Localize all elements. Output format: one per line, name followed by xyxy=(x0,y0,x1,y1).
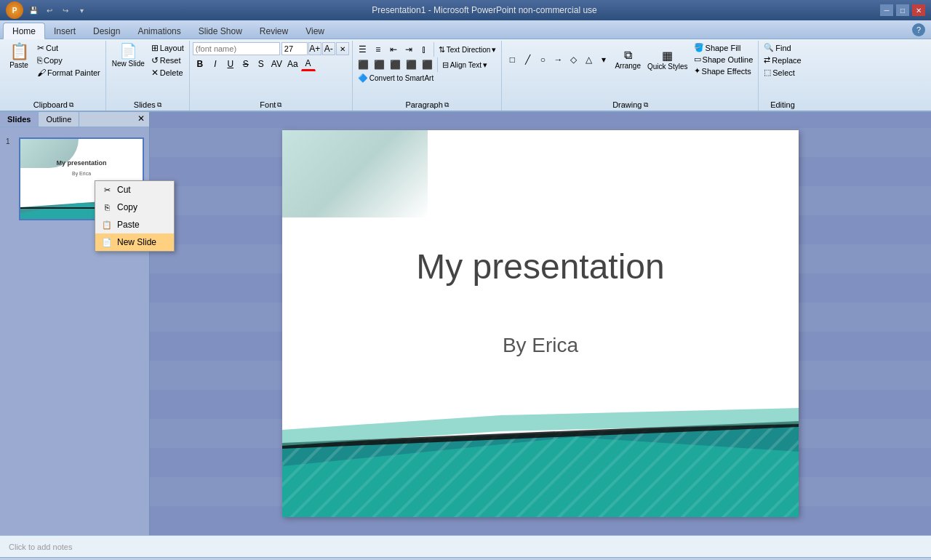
save-quick-btn[interactable]: 💾 xyxy=(26,4,41,16)
char-spacing-button[interactable]: AV xyxy=(269,57,284,71)
main-area: Slides Outline ✕ 1 My presentation By Er… xyxy=(0,112,931,535)
justify-btn[interactable]: ⬛ xyxy=(404,57,419,72)
paste-icon: 📋 xyxy=(9,44,29,60)
ctx-cut[interactable]: ✂ Cut xyxy=(95,181,174,199)
shape-icon-triangle[interactable]: △ xyxy=(581,52,596,67)
layout-button[interactable]: ⊞ Layout xyxy=(149,42,186,54)
cut-icon: ✂ xyxy=(37,43,44,53)
cut-button[interactable]: ✂ Cut xyxy=(35,42,103,54)
find-icon: 🔍 xyxy=(764,43,774,52)
tab-outline-panel[interactable]: Outline xyxy=(39,112,79,127)
shape-outline-button[interactable]: ▭ Shape Outline xyxy=(692,54,756,65)
paste-button[interactable]: 📋 Paste xyxy=(4,42,33,71)
undo-quick-btn[interactable]: ↩ xyxy=(42,4,57,16)
reset-button[interactable]: ↺ Reset xyxy=(149,55,186,66)
tab-home[interactable]: Home xyxy=(3,23,45,39)
align-center-btn[interactable]: ⬛ xyxy=(372,57,387,72)
paragraph-expand-icon[interactable]: ⧉ xyxy=(444,101,449,109)
font-size-input[interactable] xyxy=(281,42,308,55)
minimize-btn[interactable]: ─ xyxy=(880,4,893,16)
slide-workspace: My presentation By Erica xyxy=(150,112,931,535)
convert-smartart-button[interactable]: 🔷 Convert to SmartArt xyxy=(356,73,436,84)
paragraph-group-content: ☰ ≡ ⇤ ⇥ ⫿ ⇅ Text Direction ▾ ⬛ ⬛ ⬛ ⬛ ⬛ xyxy=(356,42,499,100)
shape-icon-arrow[interactable]: → xyxy=(551,52,565,67)
ctx-paste[interactable]: 📋 Paste xyxy=(95,216,174,233)
copy-button[interactable]: ⎘ Copy xyxy=(35,55,103,66)
slide-bg-top-left xyxy=(282,130,428,217)
slide-title[interactable]: My presentation xyxy=(311,247,770,287)
font-color-button[interactable]: A xyxy=(301,57,316,71)
shapes-more-btn[interactable]: ▾ xyxy=(596,52,611,67)
tab-design[interactable]: Design xyxy=(84,23,129,39)
para-list-row: ☰ ≡ ⇤ ⇥ ⫿ ⇅ Text Direction ▾ xyxy=(356,42,499,57)
font-size-increase-btn[interactable]: A+ xyxy=(308,42,321,55)
shape-effects-button[interactable]: ✦ Shape Effects xyxy=(692,65,756,76)
tab-slideshow[interactable]: Slide Show xyxy=(190,23,251,39)
close-btn[interactable]: ✕ xyxy=(912,4,925,16)
bullet-list-btn[interactable]: ☰ xyxy=(356,42,370,57)
replace-icon: ⇄ xyxy=(764,55,770,65)
numbered-list-btn[interactable]: ≡ xyxy=(371,42,385,57)
bold-button[interactable]: B xyxy=(193,57,207,71)
slide-subtitle[interactable]: By Erica xyxy=(311,334,770,357)
quick-styles-button[interactable]: ▦ Quick Styles xyxy=(644,47,691,72)
shape-icon-line[interactable]: ╱ xyxy=(520,52,535,67)
quick-styles-icon: ▦ xyxy=(662,49,673,63)
tab-slides-panel[interactable]: Slides xyxy=(0,112,39,127)
drawing-group-content: □ ╱ ○ → ◇ △ ▾ ⧉ Arrange ▦ Quick Styles 🪣 xyxy=(505,42,755,100)
slides-group: 📄 New Slide ⊞ Layout ↺ Reset ✕ Delete Sl xyxy=(106,41,190,111)
font-size-decrease-btn[interactable]: A- xyxy=(322,42,335,55)
slides-col: ⊞ Layout ↺ Reset ✕ Delete xyxy=(149,42,186,79)
columns-btn[interactable]: ⫿ xyxy=(417,42,431,57)
tab-review[interactable]: Review xyxy=(251,23,297,39)
maximize-btn[interactable]: □ xyxy=(896,4,909,16)
text-shadow-button[interactable]: S xyxy=(254,57,268,71)
ctx-copy[interactable]: ⎘ Copy xyxy=(95,199,174,216)
customize-quick-btn[interactable]: ▾ xyxy=(74,4,89,16)
align-text-button[interactable]: ⊟ Align Text ▾ xyxy=(440,60,490,71)
underline-button[interactable]: U xyxy=(223,57,238,71)
panel-close-btn[interactable]: ✕ xyxy=(133,112,149,127)
increase-indent-btn[interactable]: ⇥ xyxy=(401,42,416,57)
ctx-new-slide[interactable]: 📄 New Slide xyxy=(95,233,174,251)
arrange-button[interactable]: ⧉ Arrange xyxy=(612,47,644,71)
notes-area[interactable]: Click to add notes xyxy=(0,535,931,557)
delete-slide-button[interactable]: ✕ Delete xyxy=(149,67,186,79)
select-button[interactable]: ⬚ Select xyxy=(762,67,797,78)
new-slide-button[interactable]: 📄 New Slide xyxy=(109,42,148,69)
redo-quick-btn[interactable]: ↪ xyxy=(58,4,73,16)
shape-outline-icon: ▭ xyxy=(694,55,701,64)
slide-canvas[interactable]: My presentation By Erica xyxy=(282,130,799,517)
tab-animations[interactable]: Animations xyxy=(129,23,189,39)
drawing-expand-icon[interactable]: ⧉ xyxy=(644,101,648,109)
font-expand-icon[interactable]: ⧉ xyxy=(277,101,281,109)
font-size-clear-btn[interactable]: ✕ xyxy=(336,42,349,55)
shape-icon-rect[interactable]: □ xyxy=(505,52,519,67)
slide-number: 1 xyxy=(6,137,10,145)
tab-insert[interactable]: Insert xyxy=(45,23,84,39)
slide-panel-tabs: Slides Outline ✕ xyxy=(0,112,149,127)
text-direction-arrow: ▾ xyxy=(492,45,496,55)
shape-icon-circle[interactable]: ○ xyxy=(535,52,550,67)
line-spacing-btn[interactable]: ⬛ xyxy=(420,57,435,72)
shape-fill-button[interactable]: 🪣 Shape Fill xyxy=(692,42,756,53)
font-name-input[interactable] xyxy=(193,42,280,55)
shape-icon-diamond[interactable]: ◇ xyxy=(566,52,580,67)
replace-button[interactable]: ⇄ Replace xyxy=(762,55,803,65)
ctx-new-slide-icon: 📄 xyxy=(101,236,113,248)
find-button[interactable]: 🔍 Find xyxy=(762,42,793,53)
change-case-button[interactable]: Aa xyxy=(285,57,300,71)
italic-button[interactable]: I xyxy=(208,57,223,71)
strikethrough-button[interactable]: S xyxy=(239,57,253,71)
align-right-btn[interactable]: ⬛ xyxy=(388,57,403,72)
help-btn[interactable]: ? xyxy=(912,23,925,36)
decrease-indent-btn[interactable]: ⇤ xyxy=(386,42,401,57)
text-direction-button[interactable]: ⇅ Text Direction ▾ xyxy=(436,44,499,55)
clipboard-expand-icon[interactable]: ⧉ xyxy=(69,101,73,109)
format-painter-button[interactable]: 🖌 Format Painter xyxy=(35,67,103,79)
tab-view[interactable]: View xyxy=(297,23,333,39)
font-group-content: A+ A- ✕ B I U S S AV Aa A xyxy=(193,42,349,100)
slides-expand-icon[interactable]: ⧉ xyxy=(157,101,161,109)
align-text-icon: ⊟ xyxy=(442,60,449,70)
align-left-btn[interactable]: ⬛ xyxy=(356,57,371,72)
